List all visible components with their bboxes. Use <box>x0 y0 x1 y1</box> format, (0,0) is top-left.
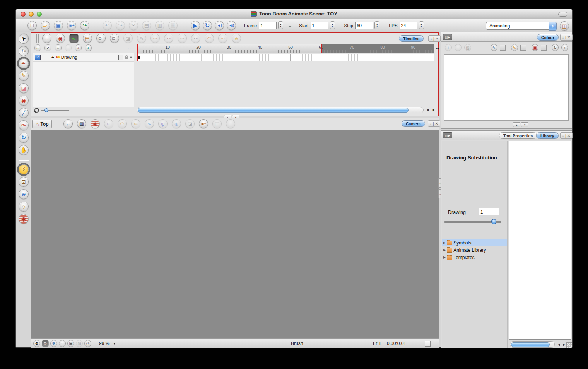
layer-colour-swatch[interactable] <box>118 55 123 60</box>
tab-timeline[interactable]: Timeline <box>399 35 424 42</box>
thumbnails-icon[interactable]: ▤ <box>83 34 92 43</box>
zoom-window-button[interactable] <box>37 12 42 17</box>
panel-collapse-icon[interactable]: ↓ <box>430 121 432 126</box>
panel-menu-icon[interactable]: ▤▶ <box>443 34 452 40</box>
panel-widgets[interactable]: ↓|✕ <box>560 132 573 139</box>
create-symbol-icon[interactable]: ★ <box>232 34 241 43</box>
motion-path-icon[interactable]: ∾ <box>218 34 227 43</box>
expand-triangle-icon[interactable]: ▶ <box>443 248 446 252</box>
s-curve-icon[interactable]: ∿ <box>145 119 154 128</box>
open-scene-icon[interactable]: ▱ <box>41 21 50 30</box>
grid-icon[interactable]: ▦ <box>77 119 86 128</box>
expand-triangle-icon[interactable]: ▶ <box>443 256 446 259</box>
tab-library[interactable]: Library <box>536 132 559 139</box>
stop-stepper[interactable]: ▲▼ <box>374 21 379 29</box>
stop-field[interactable] <box>355 22 373 29</box>
toolbar-handle[interactable] <box>97 21 99 30</box>
cutter-tool-icon[interactable]: ➤ <box>17 44 31 58</box>
timeline-hscroll-thumb[interactable] <box>138 108 409 113</box>
scroll-left-icon[interactable]: ◄ <box>426 108 429 112</box>
next-keyframe-icon[interactable]: KF <box>191 34 200 43</box>
show-hide-layers-icon[interactable]: ◉ <box>56 34 65 43</box>
collapse-panel-handle-icon[interactable]: ↔ <box>126 44 132 50</box>
morph-icon[interactable]: ◪ <box>123 34 133 43</box>
ease-curve-icon[interactable]: ◠ <box>118 119 127 128</box>
minimize-window-button[interactable] <box>29 12 34 17</box>
flip-horizontal-icon[interactable]: ↔ <box>63 119 73 128</box>
add-colour-icon[interactable]: + <box>445 44 452 51</box>
transform-tool-icon[interactable]: ⊡ <box>19 177 29 187</box>
outline-mode-icon[interactable]: ▨ <box>76 340 83 347</box>
colour-swatch-list[interactable] <box>444 54 569 121</box>
export-image-icon[interactable]: ↷ <box>80 21 89 30</box>
library-tree-item[interactable]: ▶ Templates <box>442 254 507 261</box>
fps-stepper[interactable]: ▲▼ <box>419 21 424 29</box>
panel-widgets[interactable]: ↓|✕ <box>428 35 441 42</box>
panel-handle[interactable] <box>36 34 39 43</box>
copy-icon[interactable]: ▤ <box>142 21 151 30</box>
dropper-tool-icon[interactable]: ✑ <box>19 120 29 130</box>
delete-layer-icon[interactable]: − <box>65 44 72 51</box>
reset-view-icon[interactable]: ◪ <box>185 119 195 128</box>
brush-colour-icon[interactable]: ✎ <box>491 44 497 51</box>
select-tool-icon[interactable]: ➤ <box>17 32 31 46</box>
sound-icon[interactable]: ∿ <box>69 34 79 43</box>
clone-colour-icon[interactable]: ▧ <box>464 44 471 51</box>
layer-enable-checkbox[interactable]: ✓ <box>35 55 41 60</box>
library-hscroll-thumb[interactable] <box>511 342 550 347</box>
segment-icon[interactable]: ∾ <box>131 119 140 128</box>
thumbnail-rows-icon[interactable]: ≡ <box>226 119 235 128</box>
panel-close-icon[interactable]: ✕ <box>435 121 438 126</box>
cut-icon[interactable]: ✂ <box>129 21 138 30</box>
import-drawing-icon[interactable]: ✎ <box>137 34 146 43</box>
library-tree-item[interactable]: ▶ Animate Library <box>442 246 507 254</box>
link-palette-icon[interactable]: ↻ <box>552 44 559 51</box>
sound-button[interactable]: ◄) <box>215 21 224 30</box>
paint-colour-icon[interactable]: ▣ <box>532 44 538 51</box>
playhead[interactable] <box>137 44 138 61</box>
add-drawing-exposure-icon[interactable]: ▢= <box>96 34 106 43</box>
show-hide-all-icon[interactable]: ∞ <box>34 44 41 51</box>
frame-stepper[interactable]: ▲▼ <box>278 21 283 29</box>
previous-keyframe-icon[interactable]: KF <box>178 34 187 43</box>
loop-button[interactable]: ↻ <box>203 21 212 30</box>
save-icon[interactable]: ▣ <box>54 21 63 30</box>
layer-expander[interactable]: + <box>51 55 54 60</box>
add-drawing-exposure-plus-icon[interactable]: ▢+ <box>110 34 119 43</box>
panel-close-icon[interactable]: ✕ <box>567 35 571 39</box>
add-keyframe-icon[interactable]: KF <box>104 119 113 128</box>
hand-tool-icon[interactable]: ✋ <box>19 145 29 155</box>
ruler-resize-icon[interactable]: ↔ <box>435 45 440 50</box>
scroll-right-icon[interactable]: ► <box>562 343 566 347</box>
deselect-icon[interactable]: ▒ <box>168 21 178 30</box>
panel-collapse-icon[interactable]: ↓ <box>562 133 564 138</box>
scroll-right-icon[interactable]: ► <box>432 108 436 112</box>
layer-name[interactable]: Drawing <box>61 55 77 60</box>
split-path-icon[interactable]: ψ <box>158 119 168 128</box>
panel-widgets[interactable]: ↓|✕ <box>428 120 440 127</box>
close-window-button[interactable] <box>21 12 26 17</box>
library-tree-label[interactable]: Templates <box>453 255 475 260</box>
eraser-tool-icon[interactable]: ◪ <box>19 83 29 93</box>
panel-handle[interactable] <box>58 119 60 128</box>
panel-close-icon[interactable]: ✕ <box>567 133 571 138</box>
scroll-up-icon[interactable]: ▲ <box>513 122 520 127</box>
animate-mode-icon[interactable]: ⚡ <box>19 164 29 174</box>
panel-widgets[interactable]: ↓|✕ <box>560 34 573 41</box>
add-view-icon[interactable]: ▣+ <box>199 119 208 128</box>
library-tree-label[interactable]: Animate Library <box>453 248 486 253</box>
frame-track[interactable] <box>137 54 434 61</box>
drawing-substitution-slider-thumb[interactable] <box>491 219 496 224</box>
zoom-caret-icon[interactable]: ▾ <box>113 342 115 345</box>
workspace-manager-icon[interactable]: ◫ <box>560 21 569 31</box>
scroll-left-icon[interactable]: ◄ <box>557 343 561 347</box>
frame-field[interactable] <box>259 22 277 29</box>
library-tree-item[interactable]: ▶ Symbols <box>442 239 507 246</box>
show-data-view-icon[interactable]: ↔ <box>42 34 51 43</box>
flip-pair-icon[interactable]: ◫ <box>212 119 222 128</box>
render-preview-icon[interactable]: ✽ <box>50 340 57 347</box>
panel-collapse-icon[interactable]: ↓ <box>562 35 564 39</box>
add-layer-icon[interactable]: + <box>55 44 62 51</box>
toolbar-handle[interactable] <box>185 21 187 30</box>
lock-icon[interactable] <box>125 57 128 59</box>
